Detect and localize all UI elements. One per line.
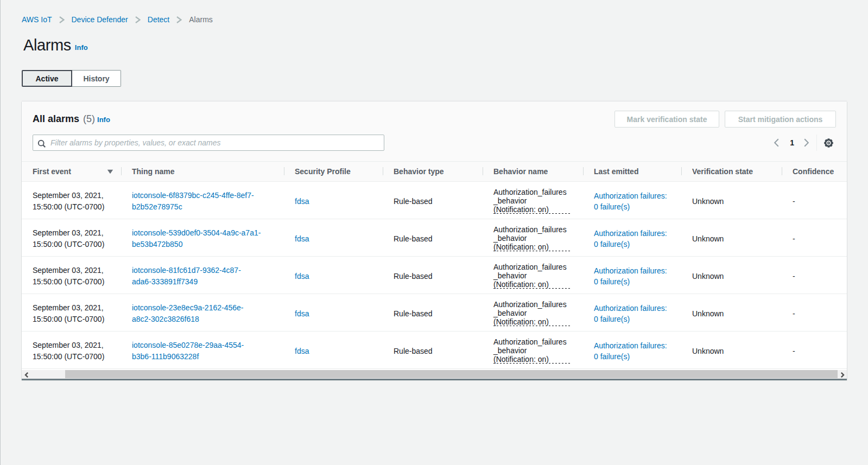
first-event-line-2: 15:50:00 (UTC-0700) bbox=[33, 276, 121, 288]
behavior-name-tooltip-trigger[interactable]: Authorization_failures_behavior(Notifica… bbox=[493, 263, 571, 288]
security-profile-link[interactable]: fdsa bbox=[295, 346, 383, 357]
cell-confidence: - bbox=[782, 332, 847, 368]
last-emitted-line-2: 0 failure(s) bbox=[594, 239, 681, 250]
scroll-left-arrow-icon[interactable] bbox=[22, 370, 31, 379]
cell-last-emitted: Authorization failures:0 failure(s) bbox=[583, 332, 681, 368]
column-header-verification-state: Verification state bbox=[681, 162, 782, 181]
filter-alarms-input[interactable] bbox=[50, 138, 384, 147]
pagination: 1 bbox=[774, 135, 836, 151]
thing-name-line-1: iotconsole-539d0ef0-3504-4a9c-a7a1- bbox=[132, 227, 284, 239]
thing-name-link[interactable]: iotconsole-81fc61d7-9362-4c87-ada6-33389… bbox=[132, 265, 284, 288]
cell-thing-name: iotconsole-539d0ef0-3504-4a9c-a7a1-be53b… bbox=[121, 219, 284, 256]
cell-security-profile: fdsa bbox=[284, 219, 383, 256]
behavior-name-line-3: (Notification: on) bbox=[493, 280, 571, 289]
cell-first-event: September 03, 2021,15:50:00 (UTC-0700) bbox=[22, 182, 121, 219]
last-emitted-link[interactable]: Authorization failures:0 failure(s) bbox=[594, 190, 681, 212]
first-event-line-2: 15:50:00 (UTC-0700) bbox=[33, 239, 121, 250]
confidence-value: - bbox=[793, 271, 847, 282]
breadcrumb-detect[interactable]: Detect bbox=[148, 15, 169, 24]
behavior-name-tooltip-trigger[interactable]: Authorization_failures_behavior(Notifica… bbox=[493, 337, 571, 363]
security-profile-link[interactable]: fdsa bbox=[295, 233, 383, 245]
breadcrumb-aws-iot[interactable]: AWS IoT bbox=[22, 15, 52, 24]
cell-confidence: - bbox=[782, 219, 847, 256]
cell-verification-state: Unknown bbox=[681, 219, 782, 256]
start-mitigation-actions-button[interactable]: Start mitigation actions bbox=[725, 111, 836, 128]
thing-name-link[interactable]: iotconsole-539d0ef0-3504-4a9c-a7a1-be53b… bbox=[132, 227, 284, 250]
thing-name-link[interactable]: iotconsole-85e0278e-29aa-4554-b3b6-111b9… bbox=[132, 340, 284, 362]
behavior-type-value: Rule-based bbox=[394, 233, 483, 245]
thing-name-line-1: iotconsole-6f8379bc-c245-4ffe-8ef7- bbox=[132, 190, 284, 201]
cell-thing-name: iotconsole-6f8379bc-c245-4ffe-8ef7-b2b52… bbox=[121, 182, 284, 219]
previous-page-button[interactable] bbox=[774, 138, 779, 147]
behavior-name-tooltip-trigger[interactable]: Authorization_failures_behavior(Notifica… bbox=[493, 300, 571, 326]
cell-behavior-name: Authorization_failures_behavior(Notifica… bbox=[483, 257, 583, 294]
all-alarms-panel: All alarms (5) Info Mark verification st… bbox=[22, 101, 847, 380]
panel-info-link[interactable]: Info bbox=[97, 116, 110, 124]
last-emitted-link[interactable]: Authorization failures:0 failure(s) bbox=[594, 340, 681, 362]
first-event-line-1: September 03, 2021, bbox=[33, 302, 121, 314]
last-emitted-link[interactable]: Authorization failures:0 failure(s) bbox=[594, 265, 681, 287]
column-label: Behavior name bbox=[493, 167, 548, 176]
behavior-name-tooltip-trigger[interactable]: Authorization_failures_behavior(Notifica… bbox=[493, 188, 571, 213]
tab-active[interactable]: Active bbox=[22, 70, 72, 87]
column-header-first-event[interactable]: First event bbox=[22, 162, 121, 181]
thing-name-link[interactable]: iotconsole-6f8379bc-c245-4ffe-8ef7-b2b52… bbox=[132, 190, 284, 213]
breadcrumb-device-defender[interactable]: Device Defender bbox=[72, 15, 128, 24]
verification-state-value: Unknown bbox=[692, 308, 782, 320]
settings-gear-button[interactable] bbox=[824, 138, 833, 148]
column-divider bbox=[284, 167, 284, 175]
scroll-right-arrow-icon[interactable] bbox=[838, 370, 847, 379]
column-label: Confidence bbox=[793, 167, 834, 176]
behavior-type-value: Rule-based bbox=[394, 196, 483, 207]
confidence-value: - bbox=[793, 196, 847, 207]
behavior-type-value: Rule-based bbox=[394, 346, 483, 357]
cell-confidence: - bbox=[782, 182, 847, 219]
security-profile-link[interactable]: fdsa bbox=[295, 196, 383, 207]
column-header-confidence: Confidence bbox=[782, 162, 847, 181]
tab-history[interactable]: History bbox=[72, 70, 121, 87]
verification-state-value: Unknown bbox=[692, 346, 782, 357]
behavior-name-line-2: _behavior bbox=[493, 309, 571, 317]
behavior-name-line-1: Authorization_failures bbox=[493, 188, 571, 196]
cell-behavior-type: Rule-based bbox=[383, 219, 483, 256]
first-event-line-1: September 03, 2021, bbox=[33, 190, 121, 201]
scrollbar-thumb[interactable] bbox=[65, 370, 838, 378]
view-tabs: Active History bbox=[22, 70, 121, 87]
pagination-divider bbox=[816, 135, 817, 151]
cell-first-event: September 03, 2021,15:50:00 (UTC-0700) bbox=[22, 294, 121, 331]
last-emitted-link[interactable]: Authorization failures:0 failure(s) bbox=[594, 228, 681, 250]
cell-behavior-type: Rule-based bbox=[383, 294, 483, 331]
security-profile-link[interactable]: fdsa bbox=[295, 271, 383, 282]
breadcrumb: AWS IoT Device Defender Detect Alarms bbox=[22, 15, 213, 24]
sort-descending-icon[interactable] bbox=[107, 169, 113, 174]
first-event-line-1: September 03, 2021, bbox=[33, 340, 121, 351]
current-page-number[interactable]: 1 bbox=[790, 138, 794, 147]
behavior-name-tooltip-trigger[interactable]: Authorization_failures_behavior(Notifica… bbox=[493, 225, 571, 251]
next-page-button[interactable] bbox=[804, 138, 809, 147]
horizontal-scrollbar[interactable] bbox=[22, 370, 847, 379]
behavior-name-line-1: Authorization_failures bbox=[493, 225, 571, 234]
cell-first-event: September 03, 2021,15:50:00 (UTC-0700) bbox=[22, 257, 121, 294]
thing-name-link[interactable]: iotconsole-23e8ec9a-2162-456e-a8c2-302c3… bbox=[132, 302, 284, 325]
column-label: Behavior type bbox=[394, 167, 444, 176]
thing-name-line-1: iotconsole-23e8ec9a-2162-456e- bbox=[132, 302, 284, 314]
behavior-name-line-1: Authorization_failures bbox=[493, 263, 571, 271]
last-emitted-line-1: Authorization failures: bbox=[594, 228, 681, 239]
cell-behavior-type: Rule-based bbox=[383, 182, 483, 219]
mark-verification-state-button[interactable]: Mark verification state bbox=[614, 111, 719, 128]
security-profile-link[interactable]: fdsa bbox=[295, 308, 383, 320]
page-info-link[interactable]: Info bbox=[75, 43, 88, 52]
table-row: September 03, 2021,15:50:00 (UTC-0700)io… bbox=[22, 219, 847, 257]
first-event-line-2: 15:50:00 (UTC-0700) bbox=[33, 201, 121, 213]
behavior-name-line-3: (Notification: on) bbox=[493, 355, 571, 364]
first-event-line-2: 15:50:00 (UTC-0700) bbox=[33, 314, 121, 325]
thing-name-line-2: a8c2-302c3826f618 bbox=[132, 314, 284, 325]
column-divider bbox=[121, 167, 122, 175]
confidence-value: - bbox=[793, 346, 847, 357]
panel-count: (5) bbox=[83, 113, 95, 125]
last-emitted-line-2: 0 failure(s) bbox=[594, 351, 681, 362]
cell-last-emitted: Authorization failures:0 failure(s) bbox=[583, 219, 681, 256]
last-emitted-link[interactable]: Authorization failures:0 failure(s) bbox=[594, 303, 681, 324]
last-emitted-line-2: 0 failure(s) bbox=[594, 314, 681, 324]
cell-security-profile: fdsa bbox=[284, 257, 383, 294]
